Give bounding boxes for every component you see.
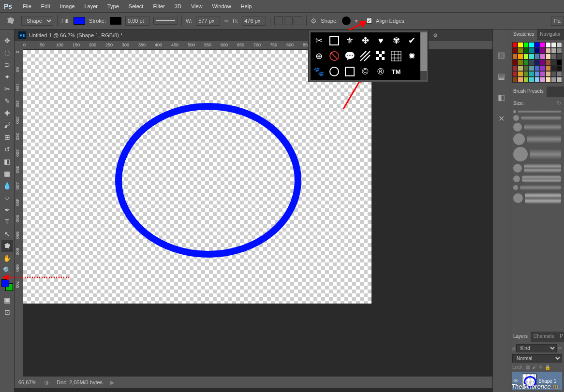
swatch[interactable] bbox=[540, 59, 545, 65]
shape-registered[interactable]: ® bbox=[373, 64, 388, 79]
move-tool[interactable]: ✥ bbox=[1, 35, 13, 46]
menu-window[interactable]: Window bbox=[208, 1, 236, 11]
shape-target[interactable]: ⊕ bbox=[312, 49, 326, 63]
menu-select[interactable]: Select bbox=[124, 1, 148, 11]
history-panel-icon[interactable]: ▥ bbox=[496, 49, 507, 60]
custom-shape-tool[interactable] bbox=[1, 240, 13, 252]
swatch[interactable] bbox=[512, 77, 518, 83]
healing-brush-tool[interactable]: ✚ bbox=[1, 107, 13, 119]
shape-preview-swatch[interactable] bbox=[341, 16, 351, 26]
shape-scissors[interactable]: ✂ bbox=[312, 33, 326, 48]
swatch[interactable] bbox=[557, 54, 562, 59]
blend-mode-select[interactable]: Normal bbox=[512, 354, 562, 363]
shape-copyright[interactable]: © bbox=[358, 64, 372, 79]
swatch[interactable] bbox=[546, 48, 551, 54]
menu-edit[interactable]: Edit bbox=[36, 1, 55, 11]
eyedropper-tool[interactable]: ✎ bbox=[1, 95, 13, 107]
brush-presets-panel[interactable]: Size: ↻ bbox=[510, 97, 564, 332]
swatch[interactable] bbox=[540, 54, 545, 59]
swatch[interactable] bbox=[518, 59, 523, 65]
swatch[interactable] bbox=[540, 65, 545, 71]
shape-square-outline[interactable] bbox=[327, 33, 341, 48]
shape-check[interactable]: ✔ bbox=[404, 33, 419, 48]
tab-brush-presets[interactable]: Brush Presets bbox=[510, 87, 547, 97]
menu-type[interactable]: Type bbox=[103, 1, 124, 11]
height-input[interactable] bbox=[242, 16, 266, 26]
tool-mode-select[interactable]: Shape bbox=[21, 16, 53, 26]
shape-picker-popup[interactable]: ✂ ⚜ ✤ ♥ ✾ ✔ ⊕ 🚫 💬 ✹ 🐾 © ® TM ⚙ bbox=[308, 30, 429, 82]
swatch[interactable] bbox=[551, 77, 556, 83]
tab-channels[interactable]: Channels bbox=[531, 332, 557, 342]
swatch[interactable] bbox=[512, 54, 518, 59]
swatch[interactable] bbox=[546, 65, 551, 71]
swatch[interactable] bbox=[529, 59, 534, 65]
swatch[interactable] bbox=[523, 54, 529, 59]
swatch[interactable] bbox=[540, 48, 545, 54]
menu-view[interactable]: View bbox=[186, 1, 208, 11]
swatch[interactable] bbox=[540, 77, 545, 83]
shape-speech[interactable]: 💬 bbox=[342, 49, 357, 63]
shape-fleur[interactable]: ⚜ bbox=[342, 33, 357, 48]
swatch[interactable] bbox=[534, 71, 540, 77]
pa-button[interactable]: Pa bbox=[551, 16, 564, 26]
swatch[interactable] bbox=[534, 48, 540, 54]
dodge-tool[interactable]: ○ bbox=[1, 192, 13, 203]
tab-paths[interactable]: P bbox=[557, 332, 564, 342]
status-icon[interactable]: ◑ bbox=[44, 379, 49, 386]
swatch[interactable] bbox=[540, 42, 545, 48]
swatch[interactable] bbox=[529, 42, 534, 48]
actions-panel-icon[interactable]: ▤ bbox=[496, 70, 507, 82]
swatch[interactable] bbox=[518, 54, 523, 59]
swatch[interactable] bbox=[557, 59, 562, 65]
fill-color-swatch[interactable] bbox=[74, 17, 85, 25]
swatch[interactable] bbox=[546, 71, 551, 77]
swatch[interactable] bbox=[551, 71, 556, 77]
swatch[interactable] bbox=[557, 71, 562, 77]
canvas[interactable] bbox=[23, 50, 371, 304]
swatch[interactable] bbox=[546, 77, 551, 83]
swatch[interactable] bbox=[551, 65, 556, 71]
swatch[interactable] bbox=[518, 65, 523, 71]
swatch[interactable] bbox=[523, 77, 529, 83]
shape-square-outline2[interactable] bbox=[342, 64, 357, 79]
swatches-panel[interactable] bbox=[510, 40, 564, 85]
swatch[interactable] bbox=[546, 42, 551, 48]
menu-help[interactable]: Help bbox=[236, 1, 257, 11]
gear-icon[interactable]: ⚙ bbox=[311, 17, 317, 25]
adjustments-panel-icon[interactable]: ✕ bbox=[496, 113, 507, 124]
shape-trademark[interactable]: TM bbox=[389, 64, 403, 79]
crop-tool[interactable]: ✂ bbox=[1, 83, 13, 95]
stroke-style-select[interactable] bbox=[153, 17, 178, 25]
tab-navigator[interactable]: Navigator bbox=[537, 29, 564, 40]
stroke-color-swatch[interactable] bbox=[110, 17, 121, 25]
swatch[interactable] bbox=[557, 42, 562, 48]
zoom-level[interactable]: 66,67% bbox=[18, 379, 36, 385]
lock-position-icon[interactable]: ✥ bbox=[539, 364, 543, 370]
path-selection-tool[interactable]: ↖ bbox=[1, 228, 13, 240]
shape-stripes[interactable] bbox=[358, 49, 372, 63]
menu-filter[interactable]: Filter bbox=[148, 1, 169, 11]
popup-scrollbar[interactable] bbox=[420, 32, 427, 80]
swatch[interactable] bbox=[518, 42, 523, 48]
swatch[interactable] bbox=[529, 54, 534, 59]
shape-clover[interactable]: ✤ bbox=[358, 33, 372, 48]
swatch[interactable] bbox=[557, 48, 562, 54]
lock-all-icon[interactable]: 🔒 bbox=[545, 364, 550, 370]
swatch[interactable] bbox=[551, 48, 556, 54]
gradient-tool[interactable]: ▦ bbox=[1, 168, 13, 179]
brush-tool[interactable]: 🖌 bbox=[1, 119, 13, 131]
magic-wand-tool[interactable]: ✦ bbox=[1, 71, 13, 83]
marquee-tool[interactable]: ◌ bbox=[1, 47, 13, 58]
lasso-tool[interactable]: ⊃ bbox=[1, 59, 13, 71]
quick-mask-tool[interactable]: ▣ bbox=[1, 294, 13, 306]
pen-tool[interactable]: ✒ bbox=[1, 204, 13, 216]
swatch[interactable] bbox=[534, 77, 540, 83]
swatch[interactable] bbox=[534, 65, 540, 71]
menu-file[interactable]: File bbox=[18, 1, 36, 11]
chevron-down-icon[interactable]: ▾ bbox=[355, 18, 358, 24]
swatch[interactable] bbox=[557, 65, 562, 71]
swatch[interactable] bbox=[546, 54, 551, 59]
swatch[interactable] bbox=[540, 71, 545, 77]
clone-stamp-tool[interactable]: ⊞ bbox=[1, 131, 13, 143]
shape-blob[interactable]: ✾ bbox=[389, 33, 403, 48]
